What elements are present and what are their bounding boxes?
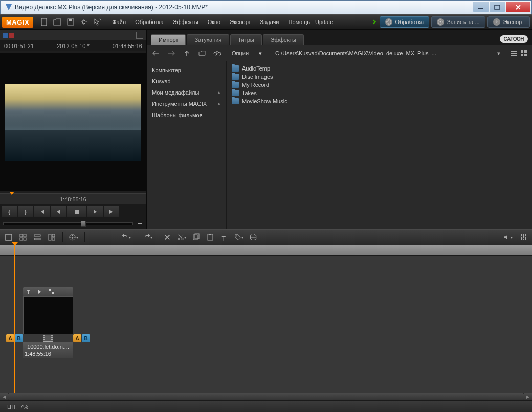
delete-icon[interactable] <box>163 233 172 242</box>
cut-icon[interactable]: ▾ <box>177 233 186 242</box>
file-item[interactable]: Disc Images <box>232 73 527 81</box>
scroll-thumb[interactable] <box>8 393 524 400</box>
sidebar-kusvad[interactable]: Kusvad <box>147 76 226 87</box>
view-grid-icon[interactable] <box>520 49 528 57</box>
file-item[interactable]: Takes <box>232 89 527 97</box>
scroll-left-button[interactable]: ◀ <box>0 393 8 400</box>
zoom-out-icon[interactable] <box>136 220 143 227</box>
folder-icon <box>232 82 239 88</box>
marker-b[interactable]: B <box>15 334 23 342</box>
3d-toggle-icon[interactable] <box>3 32 15 39</box>
video-clip[interactable]: T A B A B 10000.let.do.n.... 1:48:55:16 <box>23 287 90 358</box>
skip-end-button[interactable] <box>103 205 120 218</box>
preview-scrub-slider[interactable] <box>0 219 146 229</box>
copy-icon[interactable] <box>191 233 201 242</box>
svg-rect-22 <box>511 55 517 56</box>
next-button[interactable] <box>87 205 103 218</box>
menu-update[interactable]: Update <box>311 17 337 27</box>
nav-back-icon[interactable] <box>151 49 161 57</box>
prev-button[interactable] <box>50 205 66 218</box>
file-item[interactable]: My Record <box>232 81 527 89</box>
sidebar-magix-tools[interactable]: Инструменты MAGIX▸ <box>147 98 226 109</box>
undo-icon[interactable]: ▾ <box>122 233 131 242</box>
open-file-icon[interactable] <box>53 17 62 27</box>
tag-icon[interactable]: ▾ <box>234 233 243 242</box>
view-quad-icon[interactable] <box>18 233 28 242</box>
preview-viewport[interactable] <box>0 53 146 191</box>
title-tool-icon[interactable]: T <box>220 233 229 242</box>
close-button[interactable] <box>506 2 530 12</box>
sidebar-mymedia[interactable]: Мои медиафайлы▸ <box>147 87 226 98</box>
menu-window[interactable]: Окно <box>204 17 225 27</box>
view-timeline-icon[interactable] <box>33 233 42 242</box>
svg-rect-28 <box>20 234 23 237</box>
new-file-icon[interactable] <box>39 17 49 27</box>
mode-edit-button[interactable]: Обработка <box>380 16 429 28</box>
slider-thumb[interactable] <box>81 221 86 227</box>
group-icon[interactable] <box>249 233 258 242</box>
skip-start-button[interactable] <box>34 205 50 218</box>
svg-rect-34 <box>49 234 51 240</box>
marker-b[interactable]: B <box>82 334 90 342</box>
mark-in-button[interactable]: { <box>1 205 17 218</box>
stop-button[interactable] <box>66 205 87 218</box>
playhead[interactable] <box>14 244 15 393</box>
film-reel-icon[interactable]: ▾ <box>69 233 78 242</box>
svg-rect-14 <box>3 33 8 38</box>
timeline-scrollbar[interactable]: ◀ ▶ <box>0 393 532 401</box>
tab-effects[interactable]: Эффекты <box>263 34 304 45</box>
timeline-ruler[interactable] <box>0 245 532 256</box>
nav-forward-icon[interactable] <box>166 49 176 57</box>
path-display[interactable]: C:\Users\Kusvad\Documents\MAGIX\Video_de… <box>271 49 492 57</box>
svg-point-18 <box>214 52 217 55</box>
catooh-badge[interactable]: CATOOH <box>500 35 528 43</box>
settings-icon[interactable] <box>79 17 88 27</box>
binoculars-icon[interactable] <box>212 49 223 57</box>
detach-window-icon[interactable] <box>136 32 143 39</box>
view-single-icon[interactable] <box>4 233 13 242</box>
redo-icon[interactable]: ▾ <box>143 233 152 242</box>
menu-tasks[interactable]: Задачи <box>256 17 283 27</box>
scroll-track[interactable] <box>8 393 524 400</box>
options-dropdown[interactable]: Опции ▾ <box>228 49 266 58</box>
mode-burn-button[interactable]: Запись на ... <box>431 16 485 28</box>
nav-up-icon[interactable] <box>182 49 192 57</box>
sidebar-templates[interactable]: Шаблоны фильмов <box>147 109 226 121</box>
svg-point-43 <box>178 238 180 240</box>
svg-point-40 <box>72 238 73 239</box>
preview-timeline-ruler[interactable]: 1:48:55:16 <box>0 193 146 204</box>
maximize-button[interactable] <box>490 2 505 12</box>
file-item[interactable]: AudioTemp <box>232 64 527 73</box>
marker-a[interactable]: A <box>73 334 81 342</box>
title-marker-icon: T <box>26 289 32 295</box>
menu-file[interactable]: Файл <box>108 17 130 27</box>
preview-panel: 00:01:51:21 2012-05-10 * 01:48:55:16 1:4… <box>0 30 147 229</box>
menu-effects[interactable]: Эффекты <box>169 17 203 27</box>
mode-export-button[interactable]: Экспорт <box>487 16 530 28</box>
mute-icon[interactable]: ▾ <box>503 233 513 242</box>
chevron-down-icon[interactable]: ▾ <box>497 50 500 57</box>
save-icon[interactable] <box>66 17 75 27</box>
scroll-right-button[interactable]: ▶ <box>524 393 532 400</box>
mixer-icon[interactable] <box>519 233 528 242</box>
sidebar-computer[interactable]: Компьютер <box>147 64 226 76</box>
menu-export[interactable]: Экспорт <box>226 17 255 27</box>
svg-rect-29 <box>24 234 26 237</box>
tab-titles[interactable]: Титры <box>230 34 261 45</box>
paste-icon[interactable] <box>206 233 215 242</box>
timeline-tracks[interactable]: T A B A B 10000.let.do.n.... 1:48:55:16 <box>0 256 532 393</box>
menu-help[interactable]: Помощь <box>284 17 315 27</box>
file-item[interactable]: MovieShow Music <box>232 97 527 105</box>
view-list-icon[interactable] <box>509 49 518 57</box>
minimize-button[interactable] <box>473 2 489 12</box>
folder-icon[interactable] <box>197 49 207 57</box>
svg-rect-52 <box>523 234 524 240</box>
menu-edit[interactable]: Обработка <box>131 17 167 27</box>
view-multicam-icon[interactable] <box>47 233 56 242</box>
slider-track[interactable] <box>3 222 133 225</box>
marker-a[interactable]: A <box>6 334 14 342</box>
tab-fades[interactable]: Затухания <box>187 34 229 45</box>
tab-import[interactable]: Импорт <box>151 34 186 45</box>
help-pointer-icon[interactable]: ? <box>93 17 102 27</box>
mark-out-button[interactable]: } <box>17 205 34 218</box>
